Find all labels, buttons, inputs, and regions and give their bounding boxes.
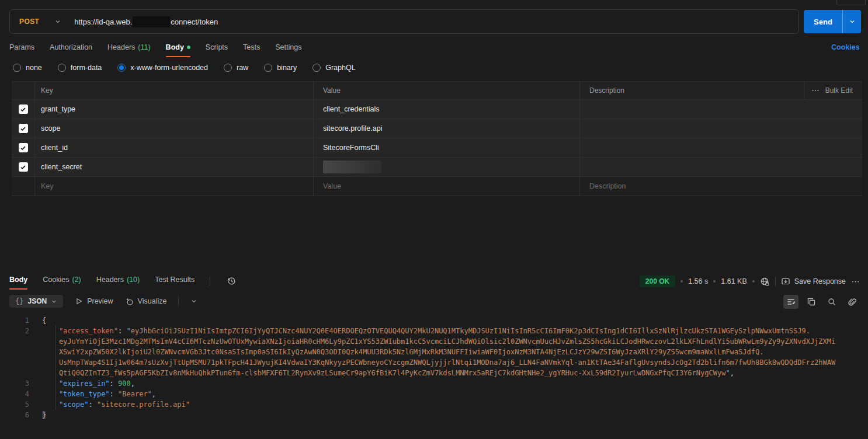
response-tab-test-results[interactable]: Test Results [155,276,195,286]
code-line: 2 "access_token": "eyJhbGciOiJSUzI1NiIsI… [0,326,868,336]
response-tab-body[interactable]: Body [9,276,27,286]
divider [210,276,210,285]
radio-icon [13,64,21,72]
code-wrapped-line: XSwiY2xpZW50X2lkIjoiU2l0ZWNvcmVGb3Jtc0Ns… [0,347,868,357]
jwt-token-text: UsMnpTWap4S1Ij1w064m7sUzXvjTtUpMSMU71pkT… [42,358,835,367]
param-value-cell[interactable]: sitecore.profile.api [314,119,580,138]
preview-play-icon [75,297,83,305]
param-key-cell[interactable]: client_secret [35,158,314,176]
json-key: "scope" [42,400,88,409]
table-row: scope sitecore.profile.api [12,119,862,138]
visualize-sparkle-icon [125,297,134,306]
save-response-button[interactable]: Save Response [781,277,846,286]
param-value-cell[interactable] [314,158,580,176]
param-key-cell[interactable]: grant_type [35,100,314,119]
divider [775,277,776,286]
code-wrapped-line: QtiQ0QZInTZ3_fWs5pAGF5KbZIv8nMkHuQhkPTun… [0,368,868,378]
json-string: "sitecore.profile.api" [97,400,190,409]
line-number: 6 [0,410,29,420]
copy-icon[interactable] [804,295,819,309]
code-line: 3 "expires_in": 900, [0,378,868,389]
url-input[interactable]: https://id-qa.web. connect/token [74,16,218,27]
network-globe-lock-icon[interactable] [760,277,770,287]
send-button[interactable]: Send [804,10,842,33]
tab-params[interactable]: Params [9,43,34,54]
row-checkbox-checked[interactable] [19,143,28,152]
json-number: 900 [118,379,131,388]
search-icon[interactable] [824,295,839,309]
header-checkbox-cell [12,82,35,99]
mode-raw[interactable]: raw [224,64,248,72]
line-number: 1 [0,315,29,326]
dot-separator-icon [752,280,755,283]
beautify-icon[interactable] [783,295,798,309]
header-key: Key [35,82,314,99]
tab-authorization[interactable]: Authorization [50,43,92,54]
request-url-bar: POST https://id-qa.web. connect/token [9,9,799,34]
closing-brace: } [42,411,46,419]
radio-selected-icon [117,64,126,72]
mode-x-www-form-urlencoded[interactable]: x-www-form-urlencoded [117,64,208,72]
tab-tests[interactable]: Tests [243,43,260,54]
row-checkbox-checked[interactable] [19,124,28,133]
save-response-icon [781,277,790,286]
value-placeholder[interactable]: Value [314,177,580,196]
json-string: "Bearer" [118,390,152,398]
param-value-cell[interactable]: SitecoreFormsCli [314,138,580,157]
preview-button[interactable]: Preview [75,297,113,305]
url-prefix: https://id-qa.web. [74,18,132,26]
table-row: grant_type client_credentials [12,100,862,119]
request-tabs: Params Authorization Headers (11) Body S… [9,42,301,55]
jwt-token-text: XSwiY2xpZW50X2lkIjoiU2l0ZWNvcmVGb3Jtc0Ns… [42,348,763,356]
link-icon[interactable] [845,295,860,309]
code-wrapped-line: UsMnpTWap4S1Ij1w064m7sUzXvjTtUpMSMU71pkT… [0,357,868,368]
format-selector[interactable]: {} JSON [9,295,63,308]
send-options-caret[interactable] [842,10,861,33]
jwt-token-text: QtiQ0QZInTZ3_fWs5pAGF5KbZIv8nMkHuQhkPTun… [42,369,725,377]
cookies-link[interactable]: Cookies [831,43,860,51]
param-description-cell[interactable] [580,100,804,119]
param-key-cell[interactable]: scope [35,119,314,138]
json-key: "expires_in" [42,379,110,388]
tab-scripts[interactable]: Scripts [206,43,228,54]
param-description-cell[interactable] [580,138,804,157]
url-suffix: connect/token [171,18,218,26]
format-label: JSON [27,297,47,305]
tab-body[interactable]: Body [166,43,190,54]
more-formats-chevron-icon[interactable] [190,298,197,305]
response-meta: 200 OK 1.56 s 1.61 KB Save Response [640,276,860,287]
body-mode-options: none form-data x-www-form-urlencoded raw… [13,64,356,72]
line-number: 2 [0,326,29,336]
param-description-cell[interactable] [580,119,804,138]
mode-graphql[interactable]: GraphQL [313,64,355,72]
response-size: 1.61 KB [721,277,747,285]
response-tabs: Body Cookies (2) Headers (10) Test Resul… [9,276,237,286]
param-value-cell[interactable]: client_credentials [314,100,580,119]
param-description-cell[interactable] [580,158,804,176]
json-key: "token_type" [42,390,110,398]
row-checkbox-checked[interactable] [19,104,28,114]
bulk-edit-button[interactable]: Bulk Edit [825,86,853,95]
row-checkbox-checked[interactable] [19,162,28,172]
table-row: client_id SitecoreFormsCli [12,138,862,158]
description-placeholder[interactable]: Description [580,177,804,196]
chevron-down-icon [51,298,57,305]
mode-none[interactable]: none [13,64,42,72]
table-row: client_secret [12,158,862,177]
tab-headers[interactable]: Headers (11) [107,43,151,54]
mode-binary[interactable]: binary [264,64,297,72]
tab-settings[interactable]: Settings [275,43,301,54]
visualize-button[interactable]: Visualize [125,297,167,306]
response-tab-headers[interactable]: Headers (10) [96,276,140,286]
response-more-dots-icon[interactable] [851,277,860,286]
key-placeholder[interactable]: Key [35,177,314,196]
param-key-cell[interactable]: client_id [35,138,314,157]
chevron-down-icon [849,18,856,25]
more-dots-icon[interactable] [811,86,820,95]
header-value: Value [314,82,580,99]
response-tab-cookies[interactable]: Cookies (2) [43,276,81,286]
mode-form-data[interactable]: form-data [58,64,102,72]
response-time: 1.56 s [688,277,708,285]
method-selector[interactable]: POST [10,18,74,26]
history-icon[interactable] [227,276,237,286]
